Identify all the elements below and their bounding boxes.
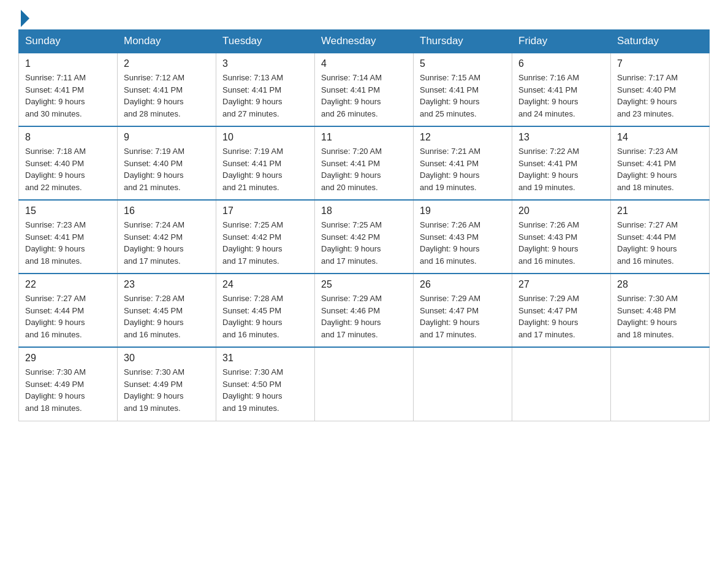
day-number: 11 <box>321 132 407 143</box>
day-number: 4 <box>321 58 407 69</box>
day-number: 3 <box>222 58 308 69</box>
day-number: 29 <box>25 353 111 364</box>
day-info: Sunrise: 7:20 AM Sunset: 4:41 PM Dayligh… <box>321 145 407 193</box>
table-row: 2 Sunrise: 7:12 AM Sunset: 4:41 PM Dayli… <box>118 53 216 126</box>
day-number: 12 <box>420 132 506 143</box>
table-row: 12 Sunrise: 7:21 AM Sunset: 4:41 PM Dayl… <box>414 126 512 200</box>
calendar-table: Sunday Monday Tuesday Wednesday Thursday… <box>18 29 710 421</box>
day-number: 17 <box>222 205 308 216</box>
day-info: Sunrise: 7:19 AM Sunset: 4:41 PM Dayligh… <box>222 145 308 193</box>
day-number: 20 <box>518 205 604 216</box>
day-number: 8 <box>25 132 111 143</box>
day-info: Sunrise: 7:25 AM Sunset: 4:42 PM Dayligh… <box>222 219 308 267</box>
header-tuesday: Tuesday <box>216 30 315 53</box>
day-info: Sunrise: 7:29 AM Sunset: 4:46 PM Dayligh… <box>321 293 407 340</box>
logo-triangle-icon <box>21 10 29 27</box>
day-number: 9 <box>124 132 210 143</box>
day-info: Sunrise: 7:23 AM Sunset: 4:41 PM Dayligh… <box>25 219 111 267</box>
day-info: Sunrise: 7:15 AM Sunset: 4:41 PM Dayligh… <box>420 72 506 120</box>
table-row: 4 Sunrise: 7:14 AM Sunset: 4:41 PM Dayli… <box>315 53 414 126</box>
day-info: Sunrise: 7:25 AM Sunset: 4:42 PM Dayligh… <box>321 219 407 267</box>
day-number: 25 <box>321 279 407 290</box>
table-row: 15 Sunrise: 7:23 AM Sunset: 4:41 PM Dayl… <box>19 200 118 274</box>
day-number: 30 <box>124 353 210 364</box>
day-info: Sunrise: 7:11 AM Sunset: 4:41 PM Dayligh… <box>25 72 111 120</box>
day-info: Sunrise: 7:30 AM Sunset: 4:48 PM Dayligh… <box>617 293 703 340</box>
day-info: Sunrise: 7:29 AM Sunset: 4:47 PM Dayligh… <box>518 293 604 340</box>
table-row: 3 Sunrise: 7:13 AM Sunset: 4:41 PM Dayli… <box>216 53 315 126</box>
table-row: 16 Sunrise: 7:24 AM Sunset: 4:42 PM Dayl… <box>118 200 216 274</box>
day-info: Sunrise: 7:28 AM Sunset: 4:45 PM Dayligh… <box>222 293 308 340</box>
page-header <box>18 12 710 23</box>
day-number: 31 <box>222 353 308 364</box>
day-info: Sunrise: 7:19 AM Sunset: 4:40 PM Dayligh… <box>124 145 210 193</box>
day-info: Sunrise: 7:13 AM Sunset: 4:41 PM Dayligh… <box>222 72 308 120</box>
table-row: 18 Sunrise: 7:25 AM Sunset: 4:42 PM Dayl… <box>315 200 414 274</box>
table-row: 8 Sunrise: 7:18 AM Sunset: 4:40 PM Dayli… <box>19 126 118 200</box>
day-info: Sunrise: 7:17 AM Sunset: 4:40 PM Dayligh… <box>617 72 703 120</box>
day-number: 24 <box>222 279 308 290</box>
day-number: 1 <box>25 58 111 69</box>
day-info: Sunrise: 7:27 AM Sunset: 4:44 PM Dayligh… <box>617 219 703 267</box>
day-info: Sunrise: 7:30 AM Sunset: 4:50 PM Dayligh… <box>222 366 308 414</box>
header-sunday: Sunday <box>19 30 118 53</box>
day-info: Sunrise: 7:30 AM Sunset: 4:49 PM Dayligh… <box>124 366 210 414</box>
day-info: Sunrise: 7:26 AM Sunset: 4:43 PM Dayligh… <box>420 219 506 267</box>
header-saturday: Saturday <box>611 30 710 53</box>
day-info: Sunrise: 7:26 AM Sunset: 4:43 PM Dayligh… <box>518 219 604 267</box>
day-info: Sunrise: 7:21 AM Sunset: 4:41 PM Dayligh… <box>420 145 506 193</box>
table-row: 26 Sunrise: 7:29 AM Sunset: 4:47 PM Dayl… <box>414 274 512 347</box>
table-row <box>611 347 710 421</box>
table-row: 9 Sunrise: 7:19 AM Sunset: 4:40 PM Dayli… <box>118 126 216 200</box>
day-number: 7 <box>617 58 703 69</box>
table-row: 25 Sunrise: 7:29 AM Sunset: 4:46 PM Dayl… <box>315 274 414 347</box>
header-wednesday: Wednesday <box>315 30 414 53</box>
header-thursday: Thursday <box>414 30 512 53</box>
day-info: Sunrise: 7:16 AM Sunset: 4:41 PM Dayligh… <box>518 72 604 120</box>
week-row-4: 22 Sunrise: 7:27 AM Sunset: 4:44 PM Dayl… <box>19 274 710 347</box>
table-row <box>315 347 414 421</box>
day-info: Sunrise: 7:27 AM Sunset: 4:44 PM Dayligh… <box>25 293 111 340</box>
day-info: Sunrise: 7:29 AM Sunset: 4:47 PM Dayligh… <box>420 293 506 340</box>
table-row: 14 Sunrise: 7:23 AM Sunset: 4:41 PM Dayl… <box>611 126 710 200</box>
table-row: 28 Sunrise: 7:30 AM Sunset: 4:48 PM Dayl… <box>611 274 710 347</box>
table-row: 20 Sunrise: 7:26 AM Sunset: 4:43 PM Dayl… <box>512 200 611 274</box>
table-row: 29 Sunrise: 7:30 AM Sunset: 4:49 PM Dayl… <box>19 347 118 421</box>
table-row: 7 Sunrise: 7:17 AM Sunset: 4:40 PM Dayli… <box>611 53 710 126</box>
day-number: 28 <box>617 279 703 290</box>
day-number: 6 <box>518 58 604 69</box>
table-row <box>414 347 512 421</box>
table-row: 1 Sunrise: 7:11 AM Sunset: 4:41 PM Dayli… <box>19 53 118 126</box>
table-row: 13 Sunrise: 7:22 AM Sunset: 4:41 PM Dayl… <box>512 126 611 200</box>
day-number: 2 <box>124 58 210 69</box>
day-number: 14 <box>617 132 703 143</box>
day-number: 21 <box>617 205 703 216</box>
day-number: 15 <box>25 205 111 216</box>
week-row-1: 1 Sunrise: 7:11 AM Sunset: 4:41 PM Dayli… <box>19 53 710 126</box>
table-row: 21 Sunrise: 7:27 AM Sunset: 4:44 PM Dayl… <box>611 200 710 274</box>
header-monday: Monday <box>118 30 216 53</box>
header-friday: Friday <box>512 30 611 53</box>
day-info: Sunrise: 7:24 AM Sunset: 4:42 PM Dayligh… <box>124 219 210 267</box>
table-row: 19 Sunrise: 7:26 AM Sunset: 4:43 PM Dayl… <box>414 200 512 274</box>
table-row: 5 Sunrise: 7:15 AM Sunset: 4:41 PM Dayli… <box>414 53 512 126</box>
day-number: 22 <box>25 279 111 290</box>
table-row: 22 Sunrise: 7:27 AM Sunset: 4:44 PM Dayl… <box>19 274 118 347</box>
day-number: 27 <box>518 279 604 290</box>
week-row-3: 15 Sunrise: 7:23 AM Sunset: 4:41 PM Dayl… <box>19 200 710 274</box>
week-row-5: 29 Sunrise: 7:30 AM Sunset: 4:49 PM Dayl… <box>19 347 710 421</box>
day-info: Sunrise: 7:28 AM Sunset: 4:45 PM Dayligh… <box>124 293 210 340</box>
day-number: 10 <box>222 132 308 143</box>
week-row-2: 8 Sunrise: 7:18 AM Sunset: 4:40 PM Dayli… <box>19 126 710 200</box>
table-row <box>512 347 611 421</box>
day-number: 5 <box>420 58 506 69</box>
table-row: 11 Sunrise: 7:20 AM Sunset: 4:41 PM Dayl… <box>315 126 414 200</box>
day-info: Sunrise: 7:18 AM Sunset: 4:40 PM Dayligh… <box>25 145 111 193</box>
day-info: Sunrise: 7:23 AM Sunset: 4:41 PM Dayligh… <box>617 145 703 193</box>
day-number: 13 <box>518 132 604 143</box>
day-number: 19 <box>420 205 506 216</box>
table-row: 31 Sunrise: 7:30 AM Sunset: 4:50 PM Dayl… <box>216 347 315 421</box>
table-row: 24 Sunrise: 7:28 AM Sunset: 4:45 PM Dayl… <box>216 274 315 347</box>
table-row: 23 Sunrise: 7:28 AM Sunset: 4:45 PM Dayl… <box>118 274 216 347</box>
table-row: 17 Sunrise: 7:25 AM Sunset: 4:42 PM Dayl… <box>216 200 315 274</box>
